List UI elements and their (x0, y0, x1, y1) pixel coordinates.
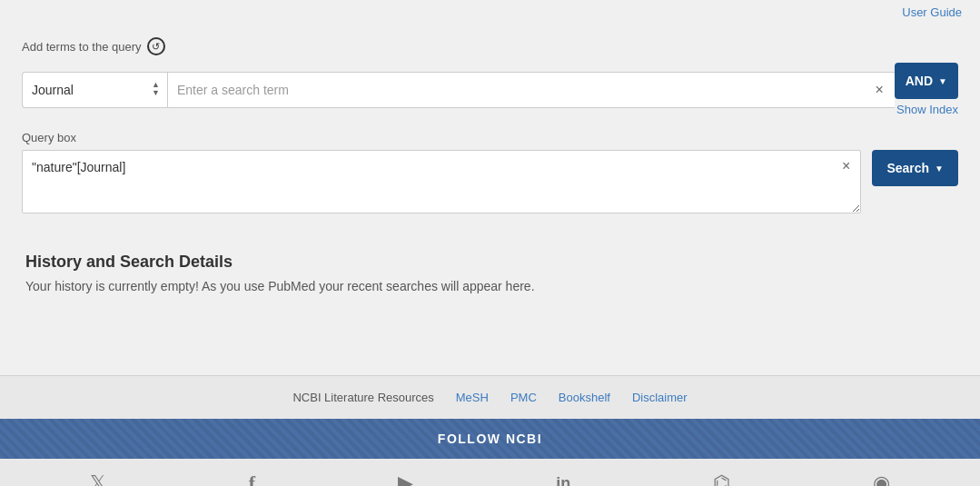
facebook-icon[interactable]: f (249, 471, 255, 486)
footer-link-mesh[interactable]: MeSH (456, 391, 489, 404)
add-terms-label: Add terms to the query ↺ (22, 37, 958, 55)
show-index-link[interactable]: Show Index (895, 103, 958, 116)
search-button[interactable]: Search ▼ (872, 150, 958, 186)
history-section: History and Search Details Your history … (22, 253, 958, 293)
and-button-wrapper: AND ▼ Show Index (895, 63, 958, 116)
query-box-label: Query box (22, 131, 958, 144)
user-guide-link[interactable]: User Guide (902, 5, 962, 19)
youtube-icon[interactable]: ▶ (398, 471, 413, 486)
footer-link-disclaimer[interactable]: Disclaimer (632, 391, 688, 404)
search-input-wrapper: × (167, 72, 895, 108)
and-button-label: AND (906, 74, 933, 88)
history-title: History and Search Details (25, 253, 955, 272)
and-button[interactable]: AND ▼ (895, 63, 958, 99)
search-chevron-icon: ▼ (935, 164, 944, 174)
clear-search-input-button[interactable]: × (871, 81, 886, 99)
footer-link-bookshelf[interactable]: Bookshelf (559, 391, 610, 404)
history-empty-text: Your history is currently empty! As you … (25, 279, 955, 293)
footer-links: NCBI Literature Resources MeSH PMC Books… (0, 375, 980, 419)
search-button-label: Search (886, 161, 929, 175)
footer-link-pmc[interactable]: PMC (510, 391, 537, 404)
add-terms-text: Add terms to the query (22, 40, 142, 54)
query-box-section: Query box × Search ▼ (22, 131, 958, 216)
query-row: × Search ▼ (22, 150, 958, 216)
query-textarea-wrapper: × (22, 150, 861, 216)
and-chevron-icon: ▼ (938, 76, 947, 86)
twitter-icon[interactable]: 𝕏 (90, 471, 106, 486)
query-textarea[interactable] (22, 150, 861, 213)
search-term-input[interactable] (167, 72, 895, 108)
search-row: Journal Title Author Abstract MeSH Terms… (22, 63, 958, 116)
journal-select-wrapper: Journal Title Author Abstract MeSH Terms… (22, 72, 167, 108)
rss-icon[interactable]: ◉ (873, 471, 890, 486)
cursor-icon: ↺ (147, 37, 165, 55)
github-icon[interactable]: ⌬ (713, 471, 730, 486)
follow-bar: FOLLOW NCBI (0, 419, 980, 459)
journal-select[interactable]: Journal Title Author Abstract MeSH Terms… (22, 72, 167, 108)
main-content: Add terms to the query ↺ Journal Title A… (0, 23, 980, 321)
clear-query-button[interactable]: × (838, 157, 854, 175)
social-bar: 𝕏 f ▶ in ⌬ ◉ (0, 459, 980, 486)
top-bar: User Guide (0, 0, 980, 23)
search-button-wrapper: Search ▼ (872, 150, 958, 186)
footer-link-ncbi[interactable]: NCBI Literature Resources (292, 391, 433, 404)
linkedin-icon[interactable]: in (556, 474, 570, 487)
